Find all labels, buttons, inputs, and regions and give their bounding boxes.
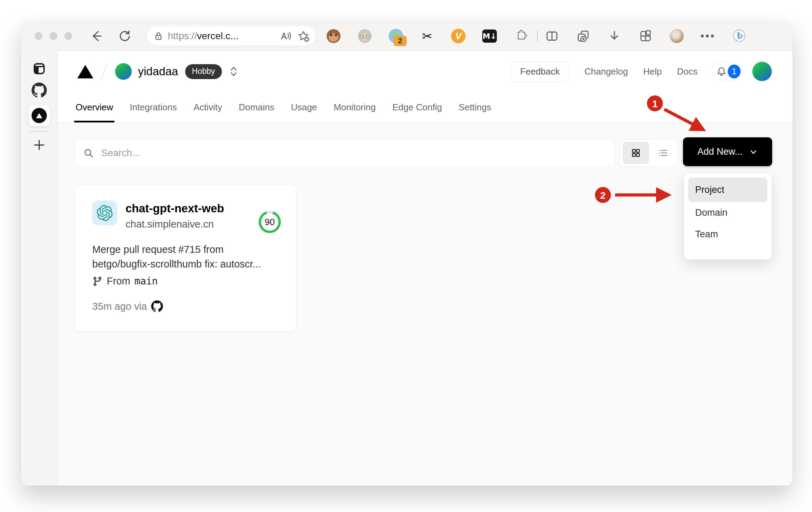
vertical-tabs-sidebar bbox=[21, 50, 58, 486]
deploy-meta-row: 35m ago via bbox=[92, 300, 163, 312]
back-button[interactable] bbox=[89, 29, 103, 43]
sidebar-divider bbox=[29, 131, 49, 132]
collections-button[interactable] bbox=[575, 28, 591, 44]
refresh-button[interactable] bbox=[117, 29, 132, 43]
grid-view-button[interactable] bbox=[623, 142, 649, 164]
vercel-favicon bbox=[32, 108, 47, 123]
extensions-row: 2 ✂ V M↓ bbox=[326, 28, 762, 44]
chevron-down-icon bbox=[749, 147, 758, 156]
tab-github[interactable] bbox=[32, 83, 47, 98]
add-favorite-icon[interactable] bbox=[297, 29, 310, 43]
team-name: yidadaa bbox=[138, 65, 178, 78]
branch-from-label: From bbox=[107, 275, 130, 287]
translator-extension-icon[interactable] bbox=[357, 28, 373, 44]
tab-edge-config[interactable]: Edge Config bbox=[392, 92, 442, 122]
more-menu-button[interactable]: ••• bbox=[700, 28, 716, 44]
minimize-window-button[interactable] bbox=[50, 32, 57, 40]
github-icon bbox=[151, 300, 163, 312]
zoom-window-button[interactable] bbox=[64, 32, 72, 40]
close-window-button[interactable] bbox=[35, 32, 42, 40]
docs-link[interactable]: Docs bbox=[677, 66, 698, 77]
search-box bbox=[75, 139, 615, 167]
vercel-header: yidadaa Hobby Feedback Changelog Help Do… bbox=[58, 51, 793, 92]
tab-integrations[interactable]: Integrations bbox=[130, 92, 177, 122]
tampermonkey-extension-icon[interactable] bbox=[326, 28, 342, 44]
menu-item-project[interactable]: Project bbox=[688, 178, 767, 202]
commit-message[interactable]: Merge pull request #715 from betgo/bugfi… bbox=[92, 242, 284, 271]
notifications-button[interactable]: 1 bbox=[711, 62, 743, 81]
menu-item-team[interactable]: Team bbox=[688, 223, 767, 245]
changelog-link[interactable]: Changelog bbox=[584, 66, 628, 77]
project-name[interactable]: chat-gpt-next-web bbox=[126, 202, 224, 215]
tab-overview[interactable]: Overview bbox=[76, 92, 113, 122]
profile-avatar[interactable] bbox=[669, 28, 685, 44]
downloads-button[interactable] bbox=[606, 28, 622, 44]
search-input[interactable] bbox=[101, 139, 608, 167]
tab-settings[interactable]: Settings bbox=[459, 92, 491, 122]
notification-count-badge: 1 bbox=[728, 65, 741, 78]
split-screen-button[interactable] bbox=[544, 28, 560, 44]
tab-domains[interactable]: Domains bbox=[239, 92, 275, 122]
project-domain[interactable]: chat.simplenaive.cn bbox=[126, 219, 214, 230]
plan-badge: Hobby bbox=[185, 64, 222, 79]
view-toggle bbox=[620, 139, 678, 167]
sidebar-panel-button[interactable] bbox=[32, 61, 46, 76]
menu-item-domain[interactable]: Domain bbox=[688, 202, 767, 223]
deploy-time: 35m ago via bbox=[92, 301, 147, 312]
lock-icon bbox=[153, 31, 164, 41]
address-bar[interactable]: https://vercel.c... bbox=[147, 26, 316, 46]
bell-icon bbox=[716, 66, 727, 77]
bing-chat-button[interactable] bbox=[731, 28, 747, 44]
scissors-extension-icon[interactable]: ✂ bbox=[419, 28, 435, 44]
list-view-button[interactable] bbox=[651, 142, 675, 164]
url-text: https://vercel.c... bbox=[168, 31, 239, 42]
browser-window: https://vercel.c... 2 ✂ bbox=[21, 22, 793, 486]
screenshot-root: { "browser": { "address": { "scheme": "h… bbox=[0, 0, 812, 512]
add-new-menu: Project Domain Team bbox=[684, 173, 772, 260]
vercel-main: Add New... chat-gpt-next-web chat.simple… bbox=[58, 122, 793, 486]
vercel-tabs: Overview Integrations Activity Domains U… bbox=[58, 92, 793, 122]
branch-row: From main bbox=[92, 275, 158, 287]
tab-activity[interactable]: Activity bbox=[193, 92, 222, 122]
feedback-button[interactable]: Feedback bbox=[511, 61, 569, 82]
proxy-extension-badge: 2 bbox=[394, 36, 407, 46]
project-card[interactable]: chat-gpt-next-web chat.simplenaive.cn 90… bbox=[75, 184, 296, 332]
new-tab-button[interactable] bbox=[32, 138, 46, 152]
branch-name: main bbox=[135, 275, 158, 287]
proxy-extension-icon[interactable]: 2 bbox=[388, 28, 404, 44]
v-extension-icon[interactable]: V bbox=[450, 28, 466, 44]
user-avatar[interactable] bbox=[752, 62, 772, 81]
add-new-label: Add New... bbox=[697, 146, 743, 157]
help-link[interactable]: Help bbox=[643, 66, 662, 77]
team-avatar[interactable] bbox=[115, 63, 132, 80]
breadcrumb-slash bbox=[101, 64, 107, 79]
git-branch-icon bbox=[92, 276, 103, 287]
browser-toolbar: https://vercel.c... 2 ✂ bbox=[21, 22, 793, 50]
add-new-button[interactable]: Add New... bbox=[683, 137, 772, 166]
window-controls bbox=[35, 32, 72, 40]
tab-usage[interactable]: Usage bbox=[291, 92, 317, 122]
read-aloud-icon[interactable] bbox=[279, 30, 291, 42]
extensions-menu-icon[interactable] bbox=[513, 28, 529, 44]
vercel-page: yidadaa Hobby Feedback Changelog Help Do… bbox=[58, 50, 793, 486]
apps-button[interactable] bbox=[638, 28, 654, 44]
tab-monitoring[interactable]: Monitoring bbox=[334, 92, 375, 122]
openai-logo-icon bbox=[92, 200, 117, 225]
markdown-extension-icon[interactable]: M↓ bbox=[482, 28, 498, 44]
team-switcher-chevron[interactable] bbox=[230, 66, 238, 77]
browser-body: yidadaa Hobby Feedback Changelog Help Do… bbox=[21, 50, 793, 486]
tab-vercel-active[interactable] bbox=[28, 105, 50, 126]
toolbar-divider bbox=[537, 31, 538, 42]
vercel-logo[interactable] bbox=[77, 64, 94, 79]
score-ring[interactable]: 90 bbox=[259, 211, 281, 233]
search-icon bbox=[83, 148, 94, 159]
score-value: 90 bbox=[261, 213, 278, 231]
